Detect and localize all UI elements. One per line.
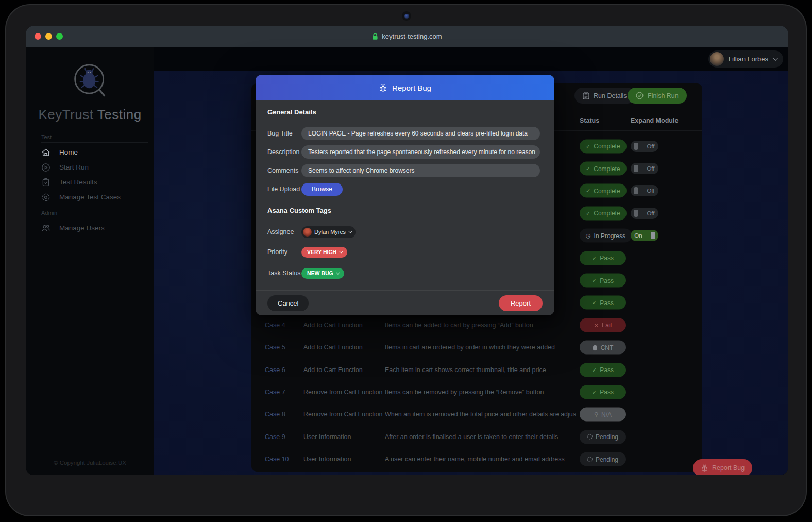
status-badge-pass[interactable]: ✓Pass [580,385,626,399]
status-badge-complete[interactable]: ✓Complete [580,162,627,176]
bug-icon [379,83,387,92]
case-id-link[interactable]: Case 4 [265,322,285,329]
toggle-knob [634,143,638,150]
status-badge-label: Pass [600,277,614,284]
toggle-label: Off [643,143,658,149]
status-badge-label: Complete [594,165,620,172]
module-toggle-cell: On [631,230,658,241]
description-input[interactable]: Testers reported that the page spontaneo… [301,145,540,159]
toggle-label: Off [643,165,658,172]
sidebar-item-label: Manage Users [59,224,105,232]
sidebar-divider [41,218,148,218]
status-badge-pass[interactable]: ✓Pass [580,274,626,288]
case-status-cell: ✓Pass [580,251,626,265]
priority-select[interactable]: VERY HIGH [301,247,347,258]
check-icon: ✓ [586,188,590,194]
case-description: A user can enter their name, mobile numb… [385,456,565,463]
case-row: Case 8Remove from Cart FunctionWhen an i… [251,403,702,426]
status-badge-pass[interactable]: ✓Pass [580,296,626,310]
case-id-link[interactable]: Case 5 [265,344,285,351]
browser-chrome: keytrust-testing.com [26,26,788,47]
case-id-link[interactable]: Case 7 [265,389,285,396]
chevron-down-icon [773,56,778,61]
check-icon: ✓ [592,278,597,283]
gear-icon [41,193,50,202]
case-id-link[interactable]: Case 9 [265,433,285,441]
status-badge-pass[interactable]: ✓Pass [580,363,626,377]
case-id-link[interactable]: Case 10 [265,456,289,463]
status-badge-pending[interactable]: Pending [580,452,626,466]
module-toggle-cell: Off [631,141,658,152]
status-badge-fail[interactable]: ×Fail [580,318,626,332]
assignee-select[interactable]: Dylan Myres [301,226,356,238]
case-id-link[interactable]: Case 8 [265,411,285,418]
expand-module-toggle-off[interactable]: Off [631,208,658,219]
close-window-button[interactable] [35,33,41,40]
case-description: Each item in cart shows correct thumbnai… [385,366,546,374]
sidebar-item-manage-users[interactable]: Manage Users [26,221,154,235]
run-details-button[interactable]: Run Details [574,88,635,104]
case-status-cell: ⚲N/A [580,408,626,422]
field-row-comments: Comments Seems to affect only Chrome bro… [267,164,540,177]
minimize-window-button[interactable] [45,33,52,40]
toggle-label: On [631,232,646,239]
status-badge-label: CNT [601,344,614,351]
case-module: Remove from Cart Function [303,411,383,418]
bug-icon [701,464,708,472]
laptop-frame: keytrust-testing.com [5,4,807,516]
sidebar-item-test-results[interactable]: Test Results [26,175,154,190]
zoom-window-button[interactable] [56,33,63,40]
field-row-priority: Priority VERY HIGH [267,245,540,259]
sidebar-item-manage-test-cases[interactable]: Manage Test Cases [26,190,154,205]
bug-title-input[interactable]: LOGIN PAGE - Page refreshes every 60 sec… [301,127,540,140]
status-badge-label: N/A [601,411,612,418]
case-module: User Information [303,433,351,441]
browse-button[interactable]: Browse [301,183,343,196]
status-badge-in-progress[interactable]: ◷In Progress [580,229,632,243]
case-row: Case 4Add to Cart FunctionItems can be a… [251,314,702,336]
case-id-link[interactable]: Case 6 [265,366,285,374]
address-bar[interactable]: keytrust-testing.com [26,32,788,40]
bug-title-label: Bug Title [267,130,301,137]
users-icon [41,224,50,233]
case-module: User Information [303,456,351,463]
status-badge-label: Complete [594,210,620,217]
run-details-label: Run Details [594,92,627,99]
status-badge-complete[interactable]: ✓Complete [580,139,627,153]
hand-icon [593,344,598,350]
sidebar-item-home[interactable]: Home [26,145,154,160]
status-badge-pass[interactable]: ✓Pass [580,251,626,265]
modal-footer: Cancel Report [256,290,554,315]
report-bug-fab[interactable]: Report Bug [693,459,752,475]
clipboard-icon [41,178,50,187]
chevron-down-icon [336,271,340,274]
sidebar-item-start-run[interactable]: Start Run [26,160,154,175]
expand-module-toggle-off[interactable]: Off [631,141,658,152]
task-status-select[interactable]: NEW BUG [301,268,344,279]
module-toggle-cell: Off [631,163,658,174]
expand-module-toggle-off[interactable]: Off [631,163,658,174]
user-menu[interactable]: Lillian Forbes [708,50,783,68]
status-badge-pending[interactable]: Pending [580,430,626,444]
status-badge-n-a[interactable]: ⚲N/A [580,408,626,422]
module-toggle-cell: Off [631,185,658,196]
task-status-label: Task Status [267,270,301,277]
column-header-expand-module: Expand Module [631,117,678,124]
report-button[interactable]: Report [499,295,543,311]
cancel-button[interactable]: Cancel [267,295,309,311]
status-badge-cnt[interactable]: CNT [580,341,626,355]
module-status-cell: ✓Complete [580,184,627,198]
expand-module-toggle-off[interactable]: Off [631,185,658,196]
status-badge-complete[interactable]: ✓Complete [580,184,627,198]
finish-run-button[interactable]: Finish Run [628,88,687,104]
status-badge-complete[interactable]: ✓Complete [580,206,627,220]
expand-module-toggle-on[interactable]: On [631,230,658,241]
sidebar-divider [41,142,148,143]
toggle-knob [651,232,655,239]
check-icon: ✓ [586,210,590,216]
module-status-cell: ✓Complete [580,206,627,220]
comments-input[interactable]: Seems to affect only Chrome browsers [301,164,540,177]
na-icon: ⚲ [594,412,598,417]
field-row-assignee: Assignee Dylan Myres [267,225,540,239]
status-badge-label: Complete [594,143,620,150]
